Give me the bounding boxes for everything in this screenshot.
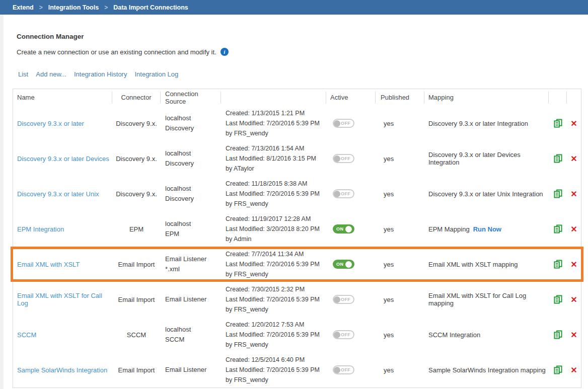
mapping-name: Discovery 9.3.x or later Devices Integra… bbox=[428, 151, 549, 166]
active-toggle[interactable]: OFF bbox=[333, 295, 354, 304]
modified-by-text: by ATaylor bbox=[226, 164, 326, 174]
toggle-state-label: OFF bbox=[341, 332, 350, 337]
dates-cell: Created: 11/18/2015 8:38 AM Last Modifie… bbox=[221, 176, 326, 211]
published-cell: yes bbox=[376, 211, 424, 247]
copy-icon[interactable] bbox=[554, 154, 562, 163]
created-text: Created: 1/20/2012 7:53 AM bbox=[226, 320, 326, 330]
copy-icon[interactable] bbox=[554, 330, 562, 339]
active-toggle[interactable]: OFF bbox=[333, 330, 354, 339]
delete-icon[interactable]: ✕ bbox=[570, 295, 577, 304]
delete-icon[interactable]: ✕ bbox=[570, 189, 577, 199]
active-toggle[interactable]: OFF bbox=[333, 365, 354, 374]
name-cell: Discovery 9.3.x or later Devices bbox=[13, 141, 112, 176]
copy-cell bbox=[549, 176, 567, 211]
copy-icon[interactable] bbox=[554, 224, 562, 234]
delete-icon[interactable]: ✕ bbox=[570, 365, 577, 375]
delete-cell: ✕ bbox=[567, 247, 581, 282]
created-text: Created: 1/13/2015 1:21 PM bbox=[226, 108, 326, 118]
delete-icon[interactable]: ✕ bbox=[570, 224, 577, 234]
name-cell: Sample SolarWinds Integration bbox=[13, 352, 112, 387]
published-cell: yes bbox=[376, 247, 424, 282]
info-icon[interactable]: i bbox=[220, 48, 229, 56]
name-cell: EPM Integration bbox=[13, 211, 112, 247]
breadcrumb: Extend > Integration Tools > Data Import… bbox=[0, 0, 588, 15]
table-row: Email XML with XSLT Email Import Email L… bbox=[13, 247, 581, 282]
dates-cell: Created: 11/19/2017 12:28 AM Last Modifi… bbox=[221, 211, 326, 247]
run-now-link[interactable]: Run Now bbox=[473, 225, 501, 233]
nav-link-integration-history[interactable]: Integration History bbox=[74, 70, 127, 78]
active-cell: OFF bbox=[326, 317, 376, 352]
page-left-gutter bbox=[0, 15, 4, 389]
published-cell: yes bbox=[376, 141, 424, 176]
last-modified-text: Last Modified: 3/20/2018 8:20 PM bbox=[226, 224, 326, 234]
active-toggle[interactable]: OFF bbox=[333, 119, 354, 128]
modified-by-text: by FRS_wendy bbox=[226, 269, 326, 279]
dates-cell: Created: 7/30/2015 2:32 PM Last Modified… bbox=[221, 282, 326, 317]
nav-link-add-new[interactable]: Add new... bbox=[36, 70, 66, 78]
connection-name-link[interactable]: Discovery 9.3.x or later Unix bbox=[17, 190, 99, 198]
nav-link-list[interactable]: List bbox=[18, 70, 28, 78]
connection-name-link[interactable]: Email XML with XSLT bbox=[17, 261, 80, 268]
connection-name-link[interactable]: SCCM bbox=[17, 331, 36, 339]
breadcrumb-item-integration-tools[interactable]: Integration Tools bbox=[48, 4, 99, 11]
copy-icon[interactable] bbox=[554, 189, 562, 198]
connection-name-link[interactable]: Sample SolarWinds Integration bbox=[17, 366, 107, 374]
active-cell: ON bbox=[326, 247, 376, 282]
column-header-name: Name bbox=[13, 92, 112, 104]
active-toggle[interactable]: ON bbox=[333, 224, 354, 234]
delete-icon[interactable]: ✕ bbox=[570, 154, 577, 164]
delete-icon[interactable]: ✕ bbox=[570, 119, 577, 128]
copy-icon[interactable] bbox=[554, 119, 562, 128]
active-toggle[interactable]: OFF bbox=[333, 154, 354, 163]
connection-source-cell: Email Listener *.xml bbox=[161, 247, 221, 282]
page-description: Create a new connection or use an existi… bbox=[17, 48, 588, 56]
last-modified-text: Last Modified: 7/20/2016 5:39 PM bbox=[226, 330, 326, 340]
toggle-state-label: OFF bbox=[341, 297, 350, 302]
active-cell: ON bbox=[326, 211, 376, 247]
connection-name-link[interactable]: Email XML with XSLT for Call Log bbox=[17, 292, 112, 307]
toggle-knob-icon bbox=[334, 367, 340, 373]
source-detail: Discovery bbox=[165, 194, 221, 204]
created-text: Created: 12/5/2014 6:40 PM bbox=[226, 355, 326, 365]
delete-icon[interactable]: ✕ bbox=[570, 330, 577, 340]
connector-cell: Discovery 9.x. bbox=[112, 106, 161, 141]
breadcrumb-item-data-import-connections[interactable]: Data Import Connections bbox=[113, 4, 188, 11]
delete-cell: ✕ bbox=[567, 282, 581, 317]
copy-icon[interactable] bbox=[554, 365, 562, 374]
connection-name-link[interactable]: EPM Integration bbox=[17, 225, 64, 233]
mapping-name: Discovery 9.3.x or later Integration bbox=[428, 120, 528, 127]
copy-icon[interactable] bbox=[554, 260, 562, 269]
nav-link-integration-log[interactable]: Integration Log bbox=[134, 70, 178, 78]
delete-cell: ✕ bbox=[567, 211, 581, 247]
modified-by-text: by FRS_wendy bbox=[226, 375, 326, 385]
source-detail: Discovery bbox=[165, 123, 221, 133]
active-toggle[interactable]: OFF bbox=[333, 189, 354, 198]
copy-cell bbox=[549, 106, 567, 141]
delete-icon[interactable]: ✕ bbox=[570, 260, 577, 269]
connection-name-link[interactable]: Discovery 9.3.x or later Devices bbox=[17, 155, 109, 163]
published-cell: yes bbox=[376, 106, 424, 141]
connection-name-link[interactable]: Discovery 9.3.x or later bbox=[17, 120, 84, 127]
published-cell: yes bbox=[376, 317, 424, 352]
toggle-knob-icon bbox=[334, 332, 340, 338]
delete-cell: ✕ bbox=[567, 106, 581, 141]
mapping-cell: Discovery 9.3.x or later Unix Integratio… bbox=[424, 176, 549, 211]
active-toggle[interactable]: ON bbox=[333, 260, 354, 269]
connection-source-cell: Email Listener bbox=[161, 282, 221, 317]
created-text: Created: 11/18/2015 8:38 AM bbox=[226, 179, 326, 189]
mapping-name: SCCM Integration bbox=[428, 331, 480, 339]
copy-cell bbox=[549, 317, 567, 352]
created-text: Created: 7/13/2016 1:54 AM bbox=[226, 143, 326, 153]
copy-cell bbox=[549, 282, 567, 317]
mapping-cell: Email XML with XSLT for Call Log mapping bbox=[424, 282, 549, 317]
column-header-mapping: Mapping bbox=[424, 92, 549, 104]
mapping-name: EPM Mapping bbox=[428, 225, 470, 233]
active-cell: OFF bbox=[326, 352, 376, 387]
toggle-state-label: OFF bbox=[341, 367, 350, 372]
toggle-knob-icon bbox=[345, 226, 352, 232]
breadcrumb-item-extend[interactable]: Extend bbox=[13, 4, 34, 11]
created-text: Created: 11/19/2017 12:28 AM bbox=[226, 214, 326, 224]
toggle-state-label: OFF bbox=[341, 191, 350, 196]
copy-icon[interactable] bbox=[554, 295, 562, 304]
mapping-cell: Discovery 9.3.x or later Devices Integra… bbox=[424, 141, 549, 176]
